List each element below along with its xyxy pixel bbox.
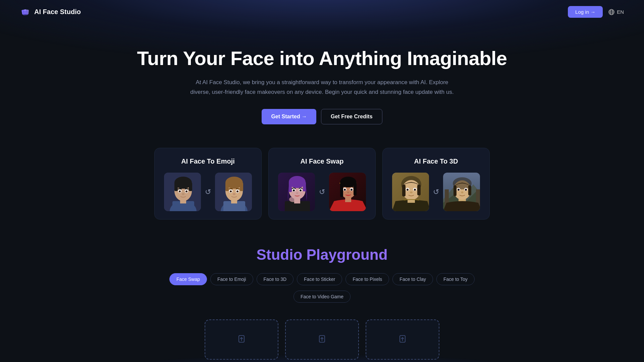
3d-face-after	[443, 173, 480, 211]
svg-rect-14	[174, 183, 178, 191]
playground-section: Studio Playground Face Swap Face to Emoj…	[0, 226, 644, 313]
svg-point-49	[300, 189, 302, 191]
svg-rect-58	[354, 182, 357, 195]
svg-point-89	[465, 189, 467, 191]
emoji-face-after	[215, 173, 252, 211]
tab-face-video-game[interactable]: Face to Video Game	[293, 291, 351, 303]
tab-face-clay[interactable]: Face to Clay	[392, 273, 433, 285]
svg-point-61	[344, 189, 346, 191]
swap-face-after	[329, 173, 366, 211]
svg-point-62	[351, 189, 353, 191]
logo[interactable]: AI Face Studio	[20, 7, 81, 17]
card-emoji-images: ↺	[164, 173, 252, 211]
emoji-arrow-icon: ↺	[205, 188, 211, 196]
svg-point-19	[185, 190, 187, 192]
get-started-button[interactable]: Get Started →	[262, 109, 316, 124]
upload-card-2[interactable]	[285, 319, 359, 360]
nav-right: Log in → EN	[568, 6, 624, 18]
svg-point-18	[179, 190, 181, 192]
playground-title: Studio Playground	[7, 246, 637, 263]
tab-face-swap[interactable]: Face Swap	[169, 273, 207, 285]
hero-section: Turn Your Face into Anything Imaginable …	[0, 24, 644, 141]
svg-point-73	[407, 189, 409, 191]
hero-description: At AI Face Studio, we bring you a straig…	[188, 78, 456, 97]
svg-point-22	[182, 193, 184, 195]
svg-rect-29	[225, 183, 229, 191]
svg-rect-45	[303, 182, 306, 191]
svg-point-74	[414, 189, 416, 191]
svg-point-85	[453, 177, 472, 189]
filter-tabs-row1: Face Swap Face to Emoji Face to 3D Face …	[7, 273, 637, 285]
card-3d-title: AI Face To 3D	[392, 158, 480, 165]
get-free-credits-button[interactable]: Get Free Credits	[321, 109, 382, 124]
filter-tabs-row2: Face to Video Game	[7, 291, 637, 303]
logo-text: AI Face Studio	[34, 8, 81, 16]
svg-point-90	[461, 191, 464, 193]
svg-point-34	[236, 190, 238, 192]
svg-rect-36	[236, 188, 240, 189]
svg-point-88	[458, 189, 460, 191]
hero-buttons: Get Started → Get Free Credits	[7, 109, 637, 124]
svg-rect-57	[340, 182, 343, 197]
svg-rect-30	[240, 183, 243, 191]
upload-card-1[interactable]	[205, 319, 278, 360]
card-swap-images: ↺	[278, 173, 366, 211]
emoji-face-before	[164, 173, 201, 211]
feature-card-3d[interactable]: AI Face To 3D	[382, 148, 490, 220]
svg-point-37	[233, 193, 235, 195]
feature-cards-section: AI Face To Emoji	[0, 141, 644, 226]
svg-rect-70	[417, 185, 421, 195]
card-swap-title: AI Face Swap	[278, 158, 366, 165]
svg-rect-44	[289, 182, 292, 192]
svg-rect-20	[178, 188, 182, 189]
svg-rect-15	[189, 183, 192, 191]
feature-card-swap[interactable]: AI Face Swap	[268, 148, 376, 220]
card-emoji-title: AI Face To Emoji	[164, 158, 252, 165]
logo-icon	[20, 7, 31, 17]
3d-arrow-icon: ↺	[433, 188, 439, 196]
svg-point-50	[296, 192, 299, 194]
globe-icon	[608, 9, 615, 15]
hero-title: Turn Your Face into Anything Imaginable	[7, 47, 637, 70]
tab-face-toy[interactable]: Face to Toy	[436, 273, 475, 285]
svg-rect-21	[185, 188, 189, 189]
swap-arrow-icon: ↺	[319, 188, 325, 196]
tab-face-3d[interactable]: Face to 3D	[257, 273, 293, 285]
language-label: EN	[617, 9, 624, 15]
navbar: AI Face Studio Log in → EN	[0, 0, 644, 24]
swap-face-before	[278, 173, 315, 211]
svg-point-75	[410, 191, 413, 193]
3d-face-before	[392, 173, 429, 211]
upload-icon-3	[396, 333, 409, 346]
tab-face-pixels[interactable]: Face to Pixels	[345, 273, 389, 285]
tab-face-sticker[interactable]: Face to Sticker	[297, 273, 342, 285]
bottom-cards-section	[0, 313, 644, 362]
svg-point-51	[289, 197, 297, 202]
svg-rect-35	[229, 188, 233, 189]
login-button[interactable]: Log in →	[568, 6, 603, 18]
svg-rect-2	[23, 10, 28, 15]
svg-rect-69	[402, 185, 406, 196]
svg-point-33	[230, 190, 232, 192]
svg-point-48	[293, 189, 295, 191]
upload-icon-2	[315, 333, 329, 346]
language-selector[interactable]: EN	[608, 9, 624, 15]
upload-icon-1	[235, 333, 248, 346]
feature-card-emoji[interactable]: AI Face To Emoji	[154, 148, 262, 220]
svg-point-63	[347, 192, 349, 193]
upload-card-3[interactable]	[366, 319, 439, 360]
card-3d-images: ↺	[392, 173, 480, 211]
tab-face-emoji[interactable]: Face to Emoji	[210, 273, 253, 285]
